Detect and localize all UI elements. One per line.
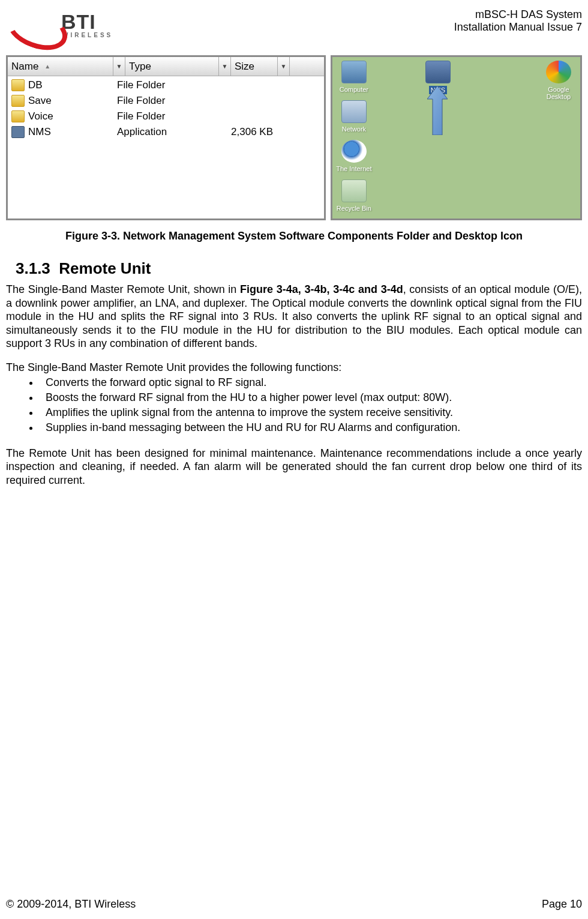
document-title: mBSC-H DAS System Installation Manual Is…	[454, 8, 582, 34]
column-label: Size	[235, 61, 254, 73]
title-line-2: Installation Manual Issue 7	[454, 21, 582, 34]
desktop-icon-recycle[interactable]: Recycle Bin	[336, 179, 372, 212]
desktop-screenshot: Computer Network The Internet Recycle Bi…	[331, 55, 582, 220]
list-item: Boosts the forward RF signal from the HU…	[40, 390, 582, 405]
nms-icon	[425, 61, 451, 83]
logo-text-sub: WIRELESS	[62, 32, 113, 38]
column-header-name[interactable]: Name ▲	[8, 57, 113, 76]
icon-label: Google Desktop	[541, 86, 577, 100]
p1-bold: Figure 3-4a, 3-4b, 3-4c and 3-4d	[240, 283, 403, 295]
column-label: Name	[11, 61, 38, 73]
section-title: Remote Unit	[59, 259, 151, 277]
logo-text-main: BTI	[61, 11, 96, 32]
file-name: DB	[28, 79, 117, 91]
desktop-icon-internet[interactable]: The Internet	[336, 140, 372, 172]
application-icon	[11, 126, 25, 138]
network-icon	[341, 100, 367, 123]
file-type: File Folder	[117, 110, 223, 122]
file-size: 2,306 KB	[223, 126, 277, 138]
icon-label: The Internet	[336, 165, 372, 172]
list-item: Amplifies the uplink signal from the ant…	[40, 405, 582, 420]
list-item: Supplies in-band messaging between the H…	[40, 420, 582, 435]
page-footer: © 2009-2014, BTI Wireless Page 10	[6, 898, 582, 911]
bti-logo: BTI WIRELESS	[6, 11, 113, 38]
column-dropdown-size[interactable]: ▼	[278, 57, 290, 76]
file-type: File Folder	[117, 79, 223, 91]
column-dropdown-type[interactable]: ▼	[219, 57, 231, 76]
page-label: Page	[542, 898, 570, 910]
file-type: Application	[117, 126, 223, 138]
computer-icon	[341, 61, 367, 83]
page-number: 10	[570, 898, 582, 910]
recycle-bin-icon	[341, 179, 367, 202]
function-list: Converts the forward optic signal to RF …	[6, 375, 582, 435]
callout-arrow-icon	[427, 86, 448, 135]
file-name: NMS	[28, 126, 117, 138]
p1-pre: The Single-Band Master Remote Unit, show…	[6, 283, 240, 295]
page-header: BTI WIRELESS mBSC-H DAS System Installat…	[6, 7, 582, 38]
icon-label: Network	[336, 125, 372, 133]
paragraph-2: The Single-Band Master Remote Unit provi…	[6, 361, 582, 374]
section-heading: 3.1.3 Remote Unit	[16, 259, 582, 278]
desktop-icon-google[interactable]: Google Desktop	[541, 61, 577, 100]
table-row[interactable]: Voice File Folder	[8, 109, 324, 124]
explorer-column-header: Name ▲ ▼ Type ▼ Size ▼	[8, 57, 324, 76]
file-name: Save	[28, 95, 117, 107]
svg-marker-0	[427, 86, 448, 135]
figure-caption: Figure 3-3. Network Management System So…	[6, 230, 582, 243]
table-row[interactable]: Save File Folder	[8, 93, 324, 109]
icon-label: Recycle Bin	[336, 205, 372, 212]
file-explorer-window: Name ▲ ▼ Type ▼ Size ▼ DB File Folder Sa…	[6, 55, 326, 220]
desktop-icon-network[interactable]: Network	[336, 100, 372, 133]
folder-icon	[11, 95, 25, 107]
page-indicator: Page 10	[542, 898, 582, 911]
section-number: 3.1.3	[16, 259, 50, 277]
column-dropdown-name[interactable]: ▼	[113, 57, 125, 76]
list-item: Converts the forward optic signal to RF …	[40, 375, 582, 390]
figure-row: Name ▲ ▼ Type ▼ Size ▼ DB File Folder Sa…	[6, 55, 582, 220]
file-name: Voice	[28, 110, 117, 122]
google-desktop-icon	[546, 61, 571, 83]
title-line-1: mBSC-H DAS System	[454, 8, 582, 21]
column-header-size[interactable]: Size	[231, 57, 278, 76]
column-header-type[interactable]: Type	[125, 57, 219, 76]
paragraph-1: The Single-Band Master Remote Unit, show…	[6, 283, 582, 351]
table-row[interactable]: NMS Application 2,306 KB	[8, 124, 324, 140]
sort-indicator-icon: ▲	[44, 63, 50, 70]
folder-icon	[11, 110, 25, 122]
paragraph-3: The Remote Unit has been designed for mi…	[6, 447, 582, 487]
folder-icon	[11, 79, 25, 91]
internet-explorer-icon	[341, 140, 367, 163]
copyright-text: © 2009-2014, BTI Wireless	[6, 898, 136, 911]
table-row[interactable]: DB File Folder	[8, 77, 324, 93]
explorer-body: DB File Folder Save File Folder Voice Fi…	[8, 76, 324, 141]
logo-swoosh-icon	[6, 11, 59, 38]
desktop-icon-computer[interactable]: Computer	[336, 61, 372, 93]
file-type: File Folder	[117, 95, 223, 107]
icon-label: Computer	[336, 86, 372, 93]
column-label: Type	[129, 61, 151, 73]
